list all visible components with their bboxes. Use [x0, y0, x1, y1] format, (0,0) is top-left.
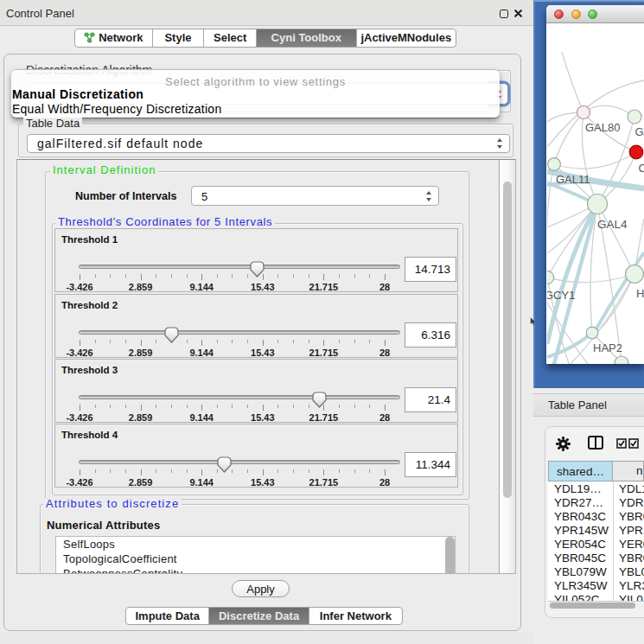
svg-text:GAL11: GAL11 [556, 173, 590, 186]
svg-text:GA: GA [635, 125, 644, 138]
svg-text:HAP2: HAP2 [593, 341, 622, 354]
svg-text:GAL4: GAL4 [597, 218, 628, 231]
svg-text:H: H [636, 287, 644, 300]
svg-text:GAL80: GAL80 [585, 121, 620, 134]
svg-text:GCY1: GCY1 [547, 289, 575, 302]
svg-text:CY: CY [639, 162, 644, 175]
